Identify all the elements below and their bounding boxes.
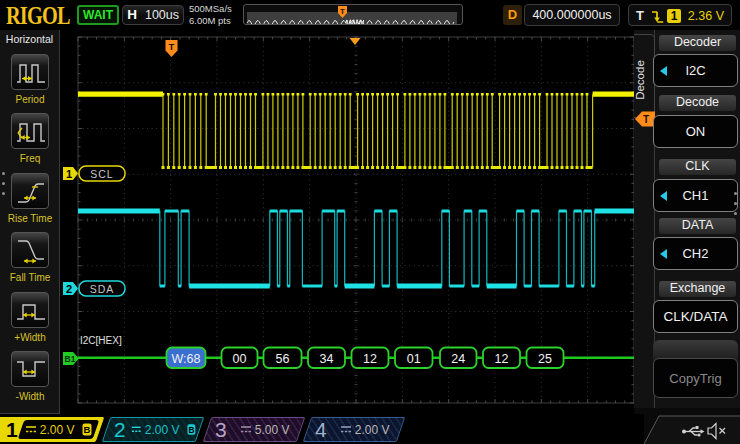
svg-text:B: B [189,425,195,435]
svg-text:2: 2 [66,283,72,295]
svg-text:12: 12 [363,352,377,366]
svg-text:B: B [84,424,91,435]
svg-text:B1: B1 [65,354,76,364]
svg-text:24: 24 [451,352,465,366]
svg-text:00: 00 [233,352,247,366]
svg-text:SDA: SDA [90,283,115,295]
svg-text:T: T [340,7,345,16]
svg-text:SCL: SCL [90,168,113,180]
svg-text:I2C[HEX]: I2C[HEX] [80,335,122,346]
svg-text:34: 34 [320,352,334,366]
svg-text:1: 1 [66,168,72,180]
svg-text:T: T [169,41,175,52]
svg-text:25: 25 [538,352,552,366]
svg-text:56: 56 [276,352,290,366]
svg-text:W:68: W:68 [172,352,201,366]
svg-text:12: 12 [495,352,509,366]
svg-text:T: T [643,114,649,125]
svg-text:01: 01 [407,352,421,366]
